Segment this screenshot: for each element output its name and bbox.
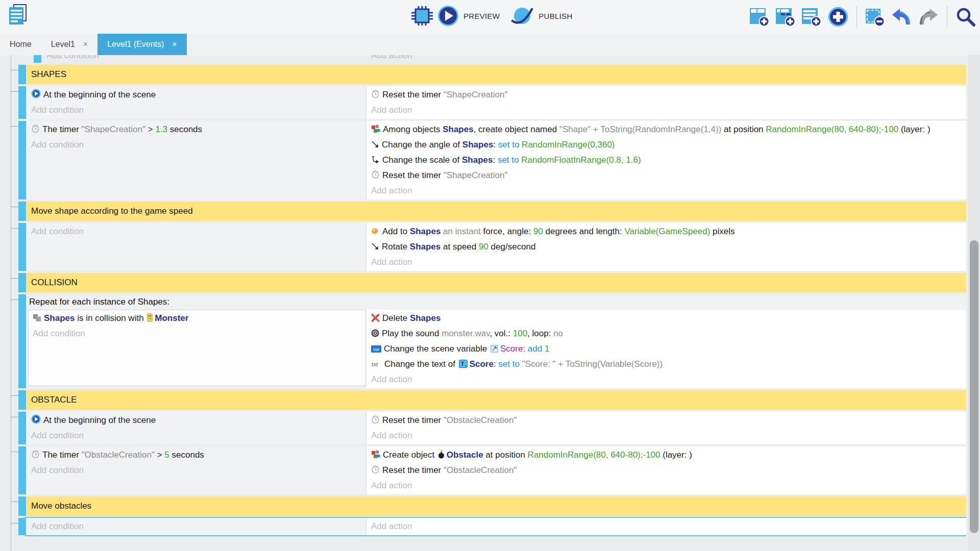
redo-icon[interactable] bbox=[918, 8, 939, 26]
comment-text[interactable]: Move obstacles bbox=[26, 496, 966, 516]
add-comment-icon[interactable] bbox=[802, 7, 821, 27]
close-icon[interactable]: × bbox=[172, 40, 177, 49]
force-icon bbox=[371, 227, 380, 235]
placeholder-label: Add action bbox=[371, 521, 412, 531]
event-selection-marker[interactable] bbox=[18, 518, 26, 535]
comment-text[interactable]: SHAPES bbox=[26, 65, 966, 84]
comment-text[interactable]: COLLISION bbox=[26, 273, 966, 292]
publish-button[interactable]: PUBLISH bbox=[538, 12, 572, 20]
add-action-button[interactable]: Add action bbox=[371, 183, 961, 198]
add-action-button[interactable]: Add action bbox=[371, 103, 961, 118]
event-selection-marker[interactable] bbox=[18, 65, 26, 84]
event-row[interactable]: Add conditionAdd to Shapes an instant fo… bbox=[18, 223, 966, 271]
foreach-header[interactable]: Repeat for each instance of Shapes: bbox=[26, 294, 966, 310]
comment-row[interactable]: OBSTACLE bbox=[18, 390, 966, 410]
add-subevent-icon[interactable] bbox=[776, 7, 795, 27]
event-selection-marker[interactable] bbox=[18, 446, 26, 494]
event-selection-marker[interactable] bbox=[18, 223, 26, 271]
delete-selection-icon[interactable] bbox=[865, 7, 885, 27]
text-segment: no bbox=[553, 329, 563, 338]
add-action-button[interactable]: Add action bbox=[371, 478, 961, 493]
event-row[interactable]: Add conditionAdd action bbox=[18, 518, 966, 535]
search-icon[interactable] bbox=[955, 7, 976, 27]
condition-line[interactable]: Shapes is in collision with Monster bbox=[33, 311, 362, 326]
action-line[interactable]: Among objects Shapes, create object name… bbox=[371, 122, 961, 137]
publish-globe-icon[interactable] bbox=[510, 5, 534, 27]
text-segment: 100 bbox=[513, 329, 527, 338]
event-selection-marker[interactable] bbox=[18, 496, 26, 516]
event-selection-marker[interactable] bbox=[18, 273, 26, 292]
comment-text[interactable]: Move shape according to the game speed bbox=[26, 202, 966, 221]
event-row[interactable]: At the beginning of the sceneAdd conditi… bbox=[18, 86, 966, 119]
action-line[interactable]: Change the angle of Shapes: set to Rando… bbox=[371, 137, 961, 153]
add-condition-button[interactable]: Add condition bbox=[31, 137, 363, 153]
preview-button[interactable]: PREVIEW bbox=[463, 12, 500, 20]
text-segment: 90 bbox=[479, 242, 488, 252]
add-condition-button[interactable]: Add condition bbox=[31, 224, 363, 239]
add-condition-button[interactable]: Add condition bbox=[33, 326, 362, 341]
event-row[interactable]: The timer "ShapeCreation" > 1.3 secondsA… bbox=[18, 121, 966, 199]
add-action-button[interactable]: Add action bbox=[371, 372, 961, 387]
event-selection-marker[interactable] bbox=[18, 390, 26, 410]
add-action-button[interactable]: Add action bbox=[371, 428, 961, 443]
add-action-button[interactable]: Add action bbox=[371, 519, 961, 534]
tab-level1-events[interactable]: Level1 (Events)× bbox=[97, 34, 187, 55]
text-segment: at speed bbox=[440, 242, 479, 252]
event-selection-marker[interactable] bbox=[18, 294, 26, 388]
action-line[interactable]: Rotate Shapes at speed 90 deg/second bbox=[371, 239, 961, 255]
condition-line[interactable]: At the beginning of the scene bbox=[31, 413, 363, 428]
action-line[interactable]: Play the sound monster.wav, vol.: 100, l… bbox=[371, 326, 961, 341]
add-condition-button[interactable]: Add condition bbox=[31, 463, 363, 478]
action-line[interactable]: Reset the timer "ShapeCreation" bbox=[371, 87, 961, 103]
action-line[interactable]: Reset the timer "ShapeCreation" bbox=[371, 168, 961, 183]
add-condition-button[interactable]: Add condition bbox=[31, 519, 363, 534]
action-line[interactable]: Delete Shapes bbox=[371, 311, 961, 326]
action-line[interactable]: Reset the timer "ObstacleCreation" bbox=[371, 463, 961, 478]
event-selection-marker[interactable] bbox=[18, 86, 26, 119]
condition-line[interactable]: The timer "ObstacleCreation" > 5 seconds bbox=[31, 447, 363, 463]
debugger-icon[interactable] bbox=[411, 6, 433, 26]
action-line[interactable]: txtChange the text of TxScore: set to "S… bbox=[371, 357, 961, 372]
close-icon[interactable]: × bbox=[83, 40, 88, 49]
text-segment: 5 bbox=[164, 450, 169, 460]
comment-row[interactable]: Move shape according to the game speed bbox=[18, 202, 966, 221]
vertical-scrollbar[interactable] bbox=[968, 55, 980, 551]
add-condition-button[interactable]: Add condition bbox=[31, 428, 363, 443]
action-line[interactable]: VarChange the scene variable Score: add … bbox=[371, 341, 961, 357]
add-action-button[interactable]: Add action bbox=[371, 255, 961, 270]
event-selection-marker[interactable] bbox=[18, 121, 26, 199]
add-condition-button[interactable]: Add condition bbox=[31, 103, 363, 118]
comment-row[interactable]: SHAPES bbox=[18, 65, 966, 84]
comment-row[interactable]: COLLISION bbox=[18, 273, 966, 292]
action-line[interactable]: Reset the timer "ObstacleCreation" bbox=[371, 413, 961, 428]
add-condition-button[interactable]: Add condition bbox=[46, 55, 363, 63]
condition-line[interactable]: The timer "ShapeCreation" > 1.3 seconds bbox=[31, 122, 363, 137]
foreach-event-row[interactable]: Repeat for each instance of Shapes:Shape… bbox=[18, 294, 966, 388]
event-row[interactable]: Add conditionAdd action bbox=[34, 55, 966, 63]
undo-icon[interactable] bbox=[891, 8, 912, 26]
event-row[interactable]: At the beginning of the sceneAdd conditi… bbox=[18, 412, 966, 444]
event-selection-marker[interactable] bbox=[18, 202, 26, 221]
comment-row[interactable]: Move obstacles bbox=[18, 496, 966, 516]
add-event-icon[interactable] bbox=[750, 7, 769, 27]
preview-play-icon[interactable] bbox=[437, 5, 459, 27]
text-segment: at position bbox=[721, 124, 766, 134]
tab-level1[interactable]: Level1× bbox=[41, 34, 98, 55]
placeholder-label: Add condition bbox=[31, 227, 84, 236]
action-line[interactable]: Create object Obstacle at position Rando… bbox=[371, 447, 961, 463]
project-manager-icon[interactable] bbox=[7, 3, 30, 27]
text-object-icon: Tx bbox=[459, 360, 468, 368]
action-line[interactable]: Change the scale of Shapes: set to Rando… bbox=[371, 153, 961, 168]
placeholder-label: Add action bbox=[371, 105, 412, 115]
event-selection-marker[interactable] bbox=[34, 55, 41, 63]
add-action-button[interactable]: Add action bbox=[371, 55, 961, 63]
event-row[interactable]: The timer "ObstacleCreation" > 5 seconds… bbox=[18, 446, 966, 494]
action-line[interactable]: Add to Shapes an instant force, angle: 9… bbox=[371, 224, 961, 239]
add-circle-icon[interactable] bbox=[828, 7, 848, 27]
scrollbar-thumb[interactable] bbox=[970, 240, 978, 533]
condition-line[interactable]: At the beginning of the scene bbox=[31, 87, 363, 103]
timer-icon bbox=[371, 465, 380, 474]
comment-text[interactable]: OBSTACLE bbox=[26, 390, 966, 410]
event-selection-marker[interactable] bbox=[18, 412, 26, 444]
tab-home[interactable]: Home bbox=[0, 34, 41, 55]
